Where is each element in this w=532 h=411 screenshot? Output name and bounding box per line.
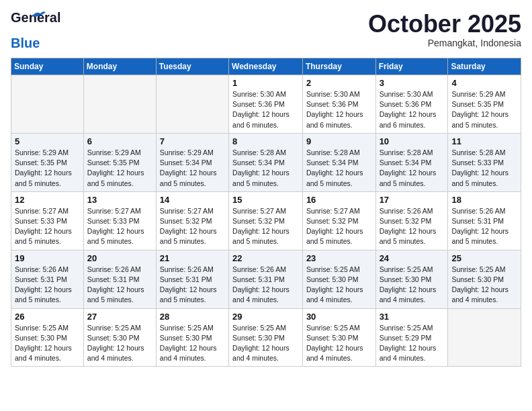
day-info: Sunrise: 5:26 AMSunset: 5:31 PMDaylight:… — [15, 265, 80, 306]
day-info: Sunrise: 5:25 AMSunset: 5:30 PMDaylight:… — [306, 265, 372, 306]
calendar-week-row: 19Sunrise: 5:26 AMSunset: 5:31 PMDayligh… — [11, 250, 521, 308]
day-info: Sunrise: 5:28 AMSunset: 5:34 PMDaylight:… — [380, 148, 445, 189]
day-info: Sunrise: 5:25 AMSunset: 5:30 PMDaylight:… — [87, 323, 152, 364]
header-monday: Monday — [83, 58, 156, 75]
calendar-cell: 15Sunrise: 5:27 AMSunset: 5:32 PMDayligh… — [229, 191, 303, 250]
day-number: 17 — [380, 195, 445, 205]
calendar-week-row: 12Sunrise: 5:27 AMSunset: 5:33 PMDayligh… — [11, 191, 521, 250]
logo-blue: Blue — [11, 36, 40, 50]
day-number: 28 — [160, 312, 225, 322]
day-number: 3 — [380, 78, 445, 88]
calendar-cell: 19Sunrise: 5:26 AMSunset: 5:31 PMDayligh… — [11, 250, 84, 308]
day-info: Sunrise: 5:25 AMSunset: 5:30 PMDaylight:… — [380, 265, 445, 306]
calendar-cell: 12Sunrise: 5:27 AMSunset: 5:33 PMDayligh… — [11, 191, 84, 250]
header-friday: Friday — [375, 58, 448, 75]
day-number: 4 — [451, 78, 517, 88]
day-info: Sunrise: 5:27 AMSunset: 5:33 PMDaylight:… — [15, 206, 80, 247]
calendar-header-row: SundayMondayTuesdayWednesdayThursdayFrid… — [11, 58, 521, 75]
day-info: Sunrise: 5:26 AMSunset: 5:31 PMDaylight:… — [87, 265, 152, 306]
day-number: 7 — [160, 136, 225, 146]
calendar-cell: 21Sunrise: 5:26 AMSunset: 5:31 PMDayligh… — [156, 250, 228, 308]
location-subtitle: Pemangkat, Indonesia — [368, 38, 521, 48]
calendar-cell: 18Sunrise: 5:26 AMSunset: 5:31 PMDayligh… — [448, 191, 521, 250]
day-number: 26 — [15, 312, 80, 322]
header-sunday: Sunday — [11, 58, 84, 75]
calendar-cell: 2Sunrise: 5:30 AMSunset: 5:36 PMDaylight… — [302, 75, 375, 134]
calendar-cell: 5Sunrise: 5:29 AMSunset: 5:35 PMDaylight… — [11, 133, 84, 191]
day-number: 14 — [160, 195, 225, 205]
day-info: Sunrise: 5:30 AMSunset: 5:36 PMDaylight:… — [306, 89, 372, 130]
header-thursday: Thursday — [302, 58, 375, 75]
day-number: 23 — [306, 253, 372, 263]
calendar-cell: 17Sunrise: 5:26 AMSunset: 5:32 PMDayligh… — [375, 191, 448, 250]
day-number: 30 — [306, 312, 372, 322]
day-number: 18 — [451, 195, 517, 205]
calendar-week-row: 26Sunrise: 5:25 AMSunset: 5:30 PMDayligh… — [11, 308, 521, 367]
day-number: 19 — [15, 253, 80, 263]
day-number: 27 — [87, 312, 152, 322]
day-number: 2 — [306, 78, 372, 88]
calendar-cell: 3Sunrise: 5:30 AMSunset: 5:36 PMDaylight… — [375, 75, 448, 134]
day-info: Sunrise: 5:25 AMSunset: 5:30 PMDaylight:… — [232, 323, 299, 364]
calendar-cell: 25Sunrise: 5:25 AMSunset: 5:30 PMDayligh… — [448, 250, 521, 308]
calendar-cell: 1Sunrise: 5:30 AMSunset: 5:36 PMDaylight… — [229, 75, 303, 134]
logo-bird-icon — [31, 11, 46, 20]
title-block: October 2025 Pemangkat, Indonesia — [368, 11, 521, 48]
header-wednesday: Wednesday — [229, 58, 303, 75]
day-info: Sunrise: 5:29 AMSunset: 5:35 PMDaylight:… — [451, 89, 517, 130]
calendar-cell: 7Sunrise: 5:29 AMSunset: 5:34 PMDaylight… — [156, 133, 228, 191]
day-info: Sunrise: 5:26 AMSunset: 5:31 PMDaylight:… — [451, 206, 517, 247]
page-header: General Blue October 2025 Pemangkat, Ind… — [11, 11, 521, 50]
calendar-cell: 23Sunrise: 5:25 AMSunset: 5:30 PMDayligh… — [302, 250, 375, 308]
day-number: 13 — [87, 195, 152, 205]
day-info: Sunrise: 5:29 AMSunset: 5:34 PMDaylight:… — [160, 148, 225, 189]
day-info: Sunrise: 5:25 AMSunset: 5:30 PMDaylight:… — [160, 323, 225, 364]
day-number: 25 — [451, 253, 517, 263]
calendar-cell: 8Sunrise: 5:28 AMSunset: 5:34 PMDaylight… — [229, 133, 303, 191]
header-saturday: Saturday — [448, 58, 521, 75]
calendar-cell: 14Sunrise: 5:27 AMSunset: 5:32 PMDayligh… — [156, 191, 228, 250]
day-number: 16 — [306, 195, 372, 205]
day-info: Sunrise: 5:29 AMSunset: 5:35 PMDaylight:… — [15, 148, 80, 189]
day-number: 8 — [232, 136, 299, 146]
day-info: Sunrise: 5:28 AMSunset: 5:34 PMDaylight:… — [232, 148, 299, 189]
calendar-cell: 26Sunrise: 5:25 AMSunset: 5:30 PMDayligh… — [11, 308, 84, 367]
day-info: Sunrise: 5:28 AMSunset: 5:34 PMDaylight:… — [306, 148, 372, 189]
calendar-cell: 29Sunrise: 5:25 AMSunset: 5:30 PMDayligh… — [229, 308, 303, 367]
day-number: 20 — [87, 253, 152, 263]
day-number: 31 — [380, 312, 445, 322]
day-info: Sunrise: 5:26 AMSunset: 5:31 PMDaylight:… — [232, 265, 299, 306]
calendar-cell: 24Sunrise: 5:25 AMSunset: 5:30 PMDayligh… — [375, 250, 448, 308]
calendar-cell — [448, 308, 521, 367]
calendar-cell — [83, 75, 156, 134]
day-info: Sunrise: 5:25 AMSunset: 5:30 PMDaylight:… — [451, 265, 517, 306]
day-number: 9 — [306, 136, 372, 146]
day-info: Sunrise: 5:26 AMSunset: 5:32 PMDaylight:… — [380, 206, 445, 247]
day-number: 1 — [232, 78, 299, 88]
day-number: 5 — [15, 136, 80, 146]
calendar-cell — [11, 75, 84, 134]
day-info: Sunrise: 5:27 AMSunset: 5:32 PMDaylight:… — [232, 206, 299, 247]
day-number: 29 — [232, 312, 299, 322]
day-number: 12 — [15, 195, 80, 205]
day-info: Sunrise: 5:30 AMSunset: 5:36 PMDaylight:… — [232, 89, 299, 130]
calendar-cell: 13Sunrise: 5:27 AMSunset: 5:33 PMDayligh… — [83, 191, 156, 250]
day-info: Sunrise: 5:30 AMSunset: 5:36 PMDaylight:… — [380, 89, 445, 130]
day-info: Sunrise: 5:27 AMSunset: 5:32 PMDaylight:… — [306, 206, 372, 247]
day-info: Sunrise: 5:25 AMSunset: 5:30 PMDaylight:… — [15, 323, 80, 364]
day-info: Sunrise: 5:25 AMSunset: 5:30 PMDaylight:… — [306, 323, 372, 364]
calendar-cell: 31Sunrise: 5:25 AMSunset: 5:29 PMDayligh… — [375, 308, 448, 367]
calendar-cell: 20Sunrise: 5:26 AMSunset: 5:31 PMDayligh… — [83, 250, 156, 308]
day-info: Sunrise: 5:28 AMSunset: 5:33 PMDaylight:… — [451, 148, 517, 189]
calendar-cell: 6Sunrise: 5:29 AMSunset: 5:35 PMDaylight… — [83, 133, 156, 191]
month-title: October 2025 — [368, 11, 521, 38]
day-info: Sunrise: 5:26 AMSunset: 5:31 PMDaylight:… — [160, 265, 225, 306]
day-number: 22 — [232, 253, 299, 263]
calendar-table: SundayMondayTuesdayWednesdayThursdayFrid… — [11, 58, 521, 367]
calendar-week-row: 1Sunrise: 5:30 AMSunset: 5:36 PMDaylight… — [11, 75, 521, 134]
calendar-cell: 22Sunrise: 5:26 AMSunset: 5:31 PMDayligh… — [229, 250, 303, 308]
header-tuesday: Tuesday — [156, 58, 228, 75]
calendar-cell — [156, 75, 228, 134]
calendar-cell: 10Sunrise: 5:28 AMSunset: 5:34 PMDayligh… — [375, 133, 448, 191]
day-info: Sunrise: 5:29 AMSunset: 5:35 PMDaylight:… — [87, 148, 152, 189]
